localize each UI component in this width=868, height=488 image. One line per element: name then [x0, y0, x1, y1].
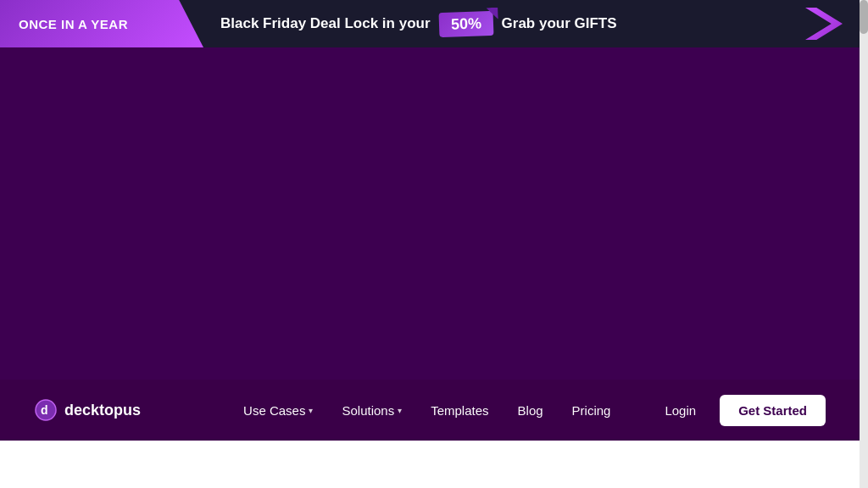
- banner-once-label: ONCE IN A YEAR: [0, 0, 203, 47]
- solutions-chevron-icon: ▾: [398, 406, 402, 415]
- solutions-label: Solutions: [342, 403, 394, 418]
- banner-deal-text: Black Friday Deal Lock in your 50% Grab …: [203, 12, 805, 36]
- main-content: d decktopus Use Cases ▾ Solutions ▾ Temp…: [0, 47, 860, 441]
- nav-solutions[interactable]: Solutions ▾: [331, 396, 412, 424]
- arrow-left-icon: [805, 8, 843, 40]
- decktopus-logo-icon: d: [34, 398, 58, 422]
- navbar: d decktopus Use Cases ▾ Solutions ▾ Temp…: [0, 380, 860, 441]
- promo-banner: ONCE IN A YEAR Black Friday Deal Lock in…: [0, 0, 860, 47]
- banner-arrow[interactable]: [805, 8, 843, 40]
- get-started-label: Get Started: [738, 403, 807, 418]
- login-label: Login: [665, 403, 696, 418]
- svg-text:d: d: [41, 403, 48, 417]
- nav-links: Use Cases ▾ Solutions ▾ Templates Blog P…: [233, 396, 620, 424]
- scrollbar-thumb[interactable]: [860, 0, 868, 34]
- nav-auth: Login Get Started: [654, 395, 826, 426]
- once-label-text: ONCE IN A YEAR: [19, 17, 128, 31]
- nav-use-cases[interactable]: Use Cases ▾: [233, 396, 323, 424]
- templates-label: Templates: [431, 403, 488, 418]
- nav-pricing[interactable]: Pricing: [562, 396, 621, 424]
- logo-text: decktopus: [64, 402, 141, 419]
- deal-percent-badge: 50%: [438, 10, 493, 36]
- deal-text-after: Grab your GIFTS: [502, 15, 617, 32]
- scrollbar-track[interactable]: [860, 0, 868, 488]
- blog-label: Blog: [518, 403, 543, 418]
- deal-text-before: Black Friday Deal Lock in your: [220, 15, 431, 32]
- use-cases-label: Use Cases: [243, 403, 305, 418]
- get-started-button[interactable]: Get Started: [720, 395, 826, 426]
- pricing-label: Pricing: [572, 403, 611, 418]
- nav-blog[interactable]: Blog: [508, 396, 554, 424]
- nav-templates[interactable]: Templates: [420, 396, 498, 424]
- logo-link[interactable]: d decktopus: [34, 398, 141, 422]
- use-cases-chevron-icon: ▾: [309, 406, 313, 415]
- login-button[interactable]: Login: [654, 396, 706, 424]
